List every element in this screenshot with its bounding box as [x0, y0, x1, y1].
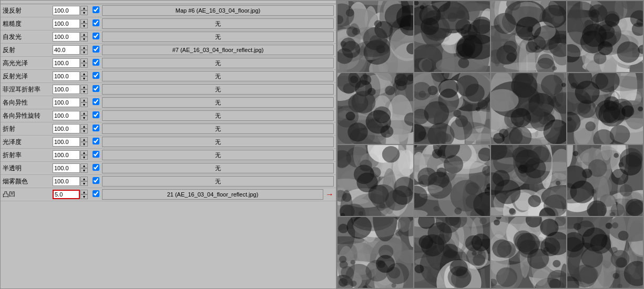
spin-up-button[interactable]: ▲ [80, 163, 88, 168]
map-button-cell: 无 [100, 70, 336, 83]
spin-down-button[interactable]: ▼ [80, 168, 88, 173]
value-input[interactable] [53, 45, 80, 55]
spin-down-button[interactable]: ▼ [80, 142, 88, 147]
map-select-button[interactable]: #7 (AE_16_03_04_floor_reflect.jpg) [102, 45, 334, 55]
spin-up-button[interactable]: ▲ [80, 137, 88, 142]
spin-down-button[interactable]: ▼ [80, 116, 88, 120]
spin-down-button[interactable]: ▼ [80, 129, 88, 133]
svg-point-834 [443, 244, 458, 258]
spin-up-button[interactable]: ▲ [80, 190, 88, 194]
map-select-button[interactable]: 无 [102, 84, 334, 95]
svg-point-778 [392, 283, 396, 288]
value-input[interactable] [53, 163, 80, 173]
enable-checkbox[interactable] [93, 138, 99, 145]
value-input[interactable] [53, 150, 80, 160]
spin-down-button[interactable]: ▼ [80, 76, 88, 81]
svg-point-232 [617, 42, 640, 63]
enable-checkbox[interactable] [93, 19, 99, 26]
value-input[interactable] [53, 137, 80, 147]
spin-up-button[interactable]: ▲ [80, 45, 88, 50]
map-select-button[interactable]: 无 [102, 150, 334, 160]
enable-checkbox[interactable] [93, 98, 99, 105]
value-input[interactable] [53, 71, 80, 81]
spin-down-button[interactable]: ▼ [80, 181, 88, 186]
row-label: 各向异性 [1, 96, 50, 109]
spin-up-button[interactable]: ▲ [80, 71, 88, 76]
spin-down-button[interactable]: ▼ [80, 50, 88, 55]
map-select-button[interactable]: 无 [102, 123, 334, 134]
spin-down-button[interactable]: ▼ [80, 11, 88, 15]
enable-checkbox[interactable] [93, 59, 99, 66]
enable-checkbox[interactable] [93, 85, 99, 92]
svg-point-609 [427, 176, 452, 199]
svg-point-975 [579, 266, 598, 284]
row-label: 反射光泽 [1, 70, 50, 83]
spin-down-button[interactable]: ▼ [80, 24, 88, 28]
svg-point-606 [436, 168, 447, 177]
map-row: 反射光泽▲▼无 [1, 70, 336, 83]
value-input[interactable] [53, 32, 80, 42]
svg-point-722 [620, 148, 643, 170]
value-input[interactable] [53, 19, 80, 28]
spin-up-button[interactable]: ▲ [80, 150, 88, 155]
spin-up-button[interactable]: ▲ [80, 85, 88, 89]
svg-point-852 [472, 234, 490, 252]
enable-checkbox[interactable] [93, 151, 99, 158]
svg-point-731 [611, 169, 629, 185]
spin-down-button[interactable]: ▼ [80, 155, 88, 160]
svg-point-536 [382, 146, 400, 162]
texture-cell [491, 145, 567, 216]
map-select-button[interactable]: 无 [102, 163, 334, 173]
map-select-button[interactable]: 无 [102, 71, 334, 81]
texture-cell [338, 73, 413, 144]
value-input[interactable] [53, 85, 80, 94]
value-input[interactable] [53, 124, 80, 133]
map-select-button[interactable]: 无 [102, 18, 334, 29]
row-checkbox-cell [89, 149, 100, 162]
spin-up-button[interactable]: ▲ [80, 124, 88, 129]
map-select-button[interactable]: 无 [102, 176, 334, 187]
enable-checkbox[interactable] [93, 111, 99, 118]
value-input[interactable] [53, 6, 80, 15]
row-value-cell: ▲▼ [50, 57, 89, 70]
row-checkbox-cell [89, 136, 100, 149]
enable-checkbox[interactable] [93, 46, 99, 53]
enable-checkbox[interactable] [93, 6, 99, 13]
spin-up-button[interactable]: ▲ [80, 177, 88, 181]
enable-checkbox[interactable] [93, 72, 99, 79]
spin-down-button[interactable]: ▼ [80, 89, 88, 94]
map-select-button[interactable]: 无 [102, 137, 334, 147]
svg-point-239 [605, 13, 620, 27]
map-select-button[interactable]: 无 [102, 58, 334, 68]
texture-cell [414, 217, 490, 288]
value-input[interactable] [53, 111, 80, 120]
value-input[interactable] [53, 58, 80, 68]
value-input[interactable] [53, 190, 80, 199]
spin-up-button[interactable]: ▲ [80, 58, 88, 63]
spin-up-button[interactable]: ▲ [80, 19, 88, 24]
enable-checkbox[interactable] [93, 190, 99, 197]
value-input[interactable] [53, 98, 80, 107]
svg-point-898 [553, 260, 560, 267]
row-label: 烟雾颜色 [1, 175, 50, 188]
enable-checkbox[interactable] [93, 177, 99, 184]
spin-down-button[interactable]: ▼ [80, 102, 88, 107]
map-select-button[interactable]: Map #6 (AE_16_03_04_floor.jpg) [102, 5, 334, 16]
map-select-button[interactable]: 无 [102, 32, 334, 42]
map-select-button[interactable]: 无 [102, 97, 334, 108]
row-label: 自发光 [1, 30, 50, 44]
spin-up-button[interactable]: ▲ [80, 98, 88, 102]
spin-down-button[interactable]: ▼ [80, 37, 88, 42]
value-input[interactable] [53, 177, 80, 186]
enable-checkbox[interactable] [93, 33, 99, 39]
map-select-button[interactable]: 无 [102, 110, 334, 121]
spin-up-button[interactable]: ▲ [80, 111, 88, 116]
map-select-button[interactable]: 21 (AE_16_03_04_floor_reflect.jpg) [102, 189, 323, 200]
spin-down-button[interactable]: ▼ [80, 194, 88, 199]
spin-up-button[interactable]: ▲ [80, 6, 88, 11]
spin-up-button[interactable]: ▲ [80, 32, 88, 37]
spin-down-button[interactable]: ▼ [80, 63, 88, 68]
enable-checkbox[interactable] [93, 125, 99, 131]
enable-checkbox[interactable] [93, 164, 99, 171]
row-value-cell: ▲▼ [50, 96, 89, 109]
